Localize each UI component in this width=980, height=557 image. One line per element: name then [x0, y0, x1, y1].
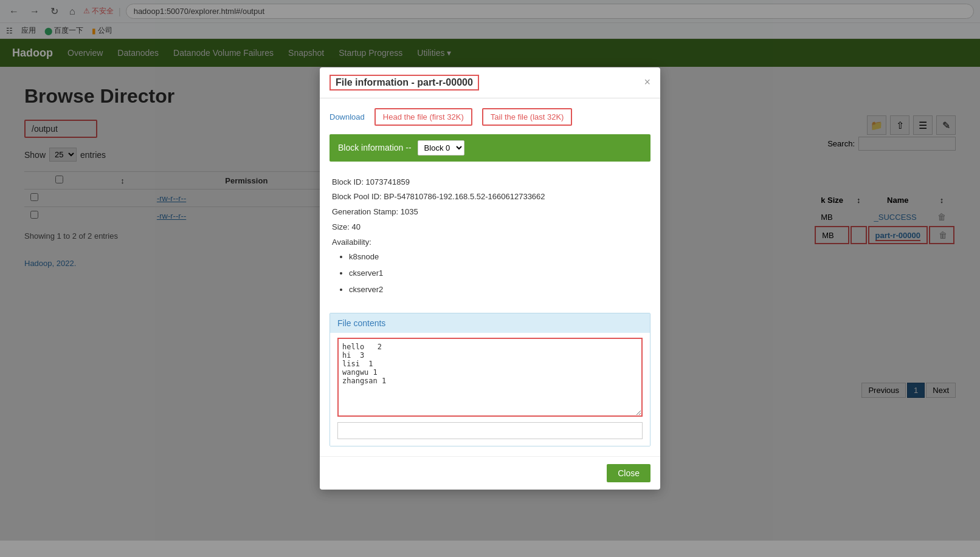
availability-label: Availability: [332, 235, 648, 250]
tail-file-button[interactable]: Tail the file (last 32K) [482, 108, 573, 126]
block-info-header: Block information -- Block 0 [330, 134, 650, 162]
generation-stamp: Generation Stamp: 1035 [332, 205, 648, 220]
modal-body: Download Head the file (first 32K) Tail … [320, 98, 660, 457]
node-ckserver2: ckserver2 [349, 282, 648, 298]
file-contents-body: hello 2 hi 3 lisi 1 wangwu 1 zhangsan 1 [330, 333, 650, 446]
close-button[interactable]: Close [607, 464, 650, 482]
block-pool-id: Block Pool ID: BP-547810786-192.168.5.52… [332, 190, 648, 205]
modal-title: File information - part-r-00000 [330, 75, 479, 91]
file-content-extra[interactable] [337, 422, 643, 439]
block-select[interactable]: Block 0 [418, 140, 464, 155]
modal-footer: Close [320, 456, 660, 490]
file-contents-header: File contents [330, 313, 650, 333]
node-k8snode: k8snode [349, 250, 648, 265]
file-info-modal: File information - part-r-00000 × Downlo… [320, 67, 660, 490]
file-content-textarea[interactable]: hello 2 hi 3 lisi 1 wangwu 1 zhangsan 1 [337, 338, 643, 417]
modal-close-button[interactable]: × [644, 76, 650, 89]
modal-overlay: File information - part-r-00000 × Downlo… [0, 0, 980, 541]
modal-action-row: Download Head the file (first 32K) Tail … [330, 108, 650, 126]
modal-header: File information - part-r-00000 × [320, 67, 660, 98]
node-ckserver1: ckserver1 [349, 266, 648, 281]
block-details: Block ID: 1073741859 Block Pool ID: BP-5… [330, 169, 650, 305]
size-info: Size: 40 [332, 220, 648, 235]
download-link[interactable]: Download [330, 112, 365, 121]
file-contents-section: File contents hello 2 hi 3 lisi 1 wangwu… [330, 313, 650, 446]
availability-list: k8snode ckserver1 ckserver2 [349, 250, 648, 297]
block-info-label: Block information -- [338, 143, 412, 152]
head-file-button[interactable]: Head the file (first 32K) [374, 108, 472, 126]
block-id: Block ID: 1073741859 [332, 175, 648, 190]
